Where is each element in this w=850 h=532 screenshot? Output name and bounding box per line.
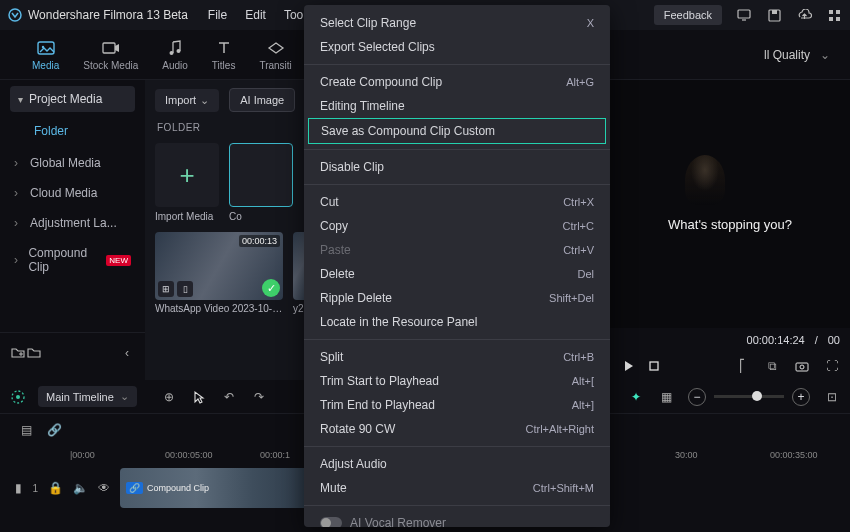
project-media-header[interactable]: ▾ Project Media <box>10 86 135 112</box>
ctx-mute[interactable]: MuteCtrl+Shift+M <box>304 476 610 500</box>
ctx-editing-timeline[interactable]: Editing Timeline <box>304 94 610 118</box>
track-number: 1 <box>32 483 38 494</box>
svg-point-18 <box>16 395 20 399</box>
tab-media[interactable]: Media <box>32 39 59 71</box>
monitor-icon[interactable] <box>736 7 752 23</box>
menu-file[interactable]: File <box>208 8 227 22</box>
app-title: Wondershare Filmora 13 Beta <box>28 8 188 22</box>
svg-point-12 <box>170 51 174 55</box>
redo-icon[interactable]: ↷ <box>251 389 267 405</box>
timecode-total: 00 <box>828 334 840 346</box>
ctx-trim-end[interactable]: Trim End to PlayheadAlt+] <box>304 393 610 417</box>
ctx-trim-start[interactable]: Trim Start to PlayheadAlt+[ <box>304 369 610 393</box>
visibility-icon[interactable]: 👁 <box>98 480 110 496</box>
sidebar-item-adjustment-layer[interactable]: › Adjustment La... <box>0 208 145 238</box>
ctx-locate-resource[interactable]: Locate in the Resource Panel <box>304 310 610 334</box>
ctx-adjust-audio[interactable]: Adjust Audio <box>304 452 610 476</box>
toggle-off-icon[interactable] <box>320 517 342 527</box>
ctx-ai-vocal-remover[interactable]: AI Vocal Remover <box>304 511 610 527</box>
chevron-down-icon: ⌄ <box>200 94 209 107</box>
sidebar-item-global-media[interactable]: › Global Media <box>0 148 145 178</box>
timeline-options-icon[interactable]: ▤ <box>18 422 34 438</box>
mark-in-icon[interactable]: ⎡ <box>734 358 750 374</box>
ctx-rotate-90-cw[interactable]: Rotate 90 CWCtrl+Alt+Right <box>304 417 610 441</box>
zoom-fit-icon[interactable]: ⊡ <box>824 389 840 405</box>
tab-stock-media[interactable]: Stock Media <box>83 39 138 71</box>
chevron-right-icon: › <box>14 156 22 170</box>
menu-edit[interactable]: Edit <box>245 8 266 22</box>
cursor-icon[interactable] <box>191 389 207 405</box>
mute-icon[interactable]: 🔈 <box>73 480 88 496</box>
ctx-cut[interactable]: CutCtrl+X <box>304 190 610 214</box>
collapse-left-icon[interactable]: ‹ <box>119 345 135 361</box>
media-thumbnail[interactable]: 00:00:13 ⊞ ▯ ✓ WhatsApp Video 2023-10-05… <box>155 232 283 314</box>
import-media-tile[interactable]: + Import Media <box>155 143 219 222</box>
zoom-out-button[interactable]: − <box>688 388 706 406</box>
folder-label[interactable]: Folder <box>0 112 145 148</box>
tab-transitions[interactable]: Transiti <box>259 39 291 71</box>
compound-folder-tile[interactable]: Co <box>229 143 293 222</box>
ctx-disable-clip[interactable]: Disable Clip <box>304 155 610 179</box>
sidebar-item-cloud-media[interactable]: › Cloud Media <box>0 178 145 208</box>
portrait-icon: ▯ <box>177 281 193 297</box>
thumbnail-label: WhatsApp Video 2023-10-05... <box>155 303 283 314</box>
new-folder-icon[interactable] <box>10 345 26 361</box>
chevron-right-icon: › <box>14 253 20 267</box>
chevron-down-icon: ▾ <box>18 94 23 105</box>
crop-icon[interactable]: ⧉ <box>764 358 780 374</box>
svg-point-16 <box>800 365 804 369</box>
chevron-right-icon: › <box>14 216 22 230</box>
quality-dropdown[interactable]: ll Quality ⌄ <box>764 48 830 62</box>
duration-badge: 00:00:13 <box>239 235 280 247</box>
video-track-icon[interactable]: ▮ <box>14 480 22 496</box>
svg-point-0 <box>9 9 21 21</box>
ctx-delete[interactable]: DeleteDel <box>304 262 610 286</box>
ctx-copy[interactable]: CopyCtrl+C <box>304 214 610 238</box>
svg-rect-7 <box>829 17 833 21</box>
stop-icon[interactable] <box>646 358 662 374</box>
preview-canvas[interactable]: What's stopping you? <box>610 80 850 328</box>
zoom-in-button[interactable]: + <box>792 388 810 406</box>
preview-overlay-text: What's stopping you? <box>668 217 792 232</box>
ai-image-button[interactable]: AI Image <box>229 88 295 112</box>
render-icon[interactable]: ▦ <box>658 389 674 405</box>
save-icon[interactable] <box>766 7 782 23</box>
ctx-split[interactable]: SplitCtrl+B <box>304 345 610 369</box>
svg-rect-8 <box>836 17 840 21</box>
ctx-paste: PasteCtrl+V <box>304 238 610 262</box>
feedback-button[interactable]: Feedback <box>654 5 722 25</box>
chevron-down-icon: ⌄ <box>120 390 129 403</box>
zoom-slider[interactable]: − + <box>688 388 810 406</box>
color-marker-icon[interactable]: ✦ <box>628 389 644 405</box>
undo-icon[interactable]: ↶ <box>221 389 237 405</box>
sidebar-item-compound-clip[interactable]: › Compound Clip NEW <box>0 238 145 282</box>
svg-rect-14 <box>650 362 658 370</box>
import-dropdown[interactable]: Import ⌄ <box>155 89 219 112</box>
snapshot-icon[interactable] <box>794 358 810 374</box>
timecode-current: 00:00:14:24 <box>747 334 805 346</box>
link-icon[interactable]: 🔗 <box>46 422 62 438</box>
svg-point-13 <box>177 49 181 53</box>
ctx-export-selected-clips[interactable]: Export Selected Clips <box>304 35 610 59</box>
main-timeline-dropdown[interactable]: Main Timeline ⌄ <box>38 386 137 407</box>
chevron-right-icon: › <box>14 186 22 200</box>
lock-icon[interactable]: 🔒 <box>48 480 63 496</box>
tab-audio[interactable]: Audio <box>162 39 188 71</box>
cloud-upload-icon[interactable] <box>796 7 812 23</box>
timeline-magnet-icon[interactable] <box>10 389 26 405</box>
add-track-icon[interactable]: ⊕ <box>161 389 177 405</box>
context-menu: Select Clip RangeX Export Selected Clips… <box>304 5 610 527</box>
ctx-create-compound-clip[interactable]: Create Compound ClipAlt+G <box>304 70 610 94</box>
folder-open-icon[interactable] <box>26 345 42 361</box>
sidebar: ▾ Project Media Folder › Global Media › … <box>0 80 145 380</box>
ctx-select-clip-range[interactable]: Select Clip RangeX <box>304 11 610 35</box>
play-icon[interactable] <box>620 358 636 374</box>
tab-titles[interactable]: Titles <box>212 39 236 71</box>
text-icon <box>216 39 232 57</box>
ctx-save-compound-clip-custom[interactable]: Save as Compound Clip Custom <box>308 118 606 144</box>
ctx-ripple-delete[interactable]: Ripple DeleteShift+Del <box>304 286 610 310</box>
timeline-clip[interactable]: 🔗 Compound Clip <box>120 468 310 508</box>
grid-icon[interactable] <box>826 7 842 23</box>
chevron-down-icon: ⌄ <box>820 48 830 62</box>
fullscreen-icon[interactable]: ⛶ <box>824 358 840 374</box>
